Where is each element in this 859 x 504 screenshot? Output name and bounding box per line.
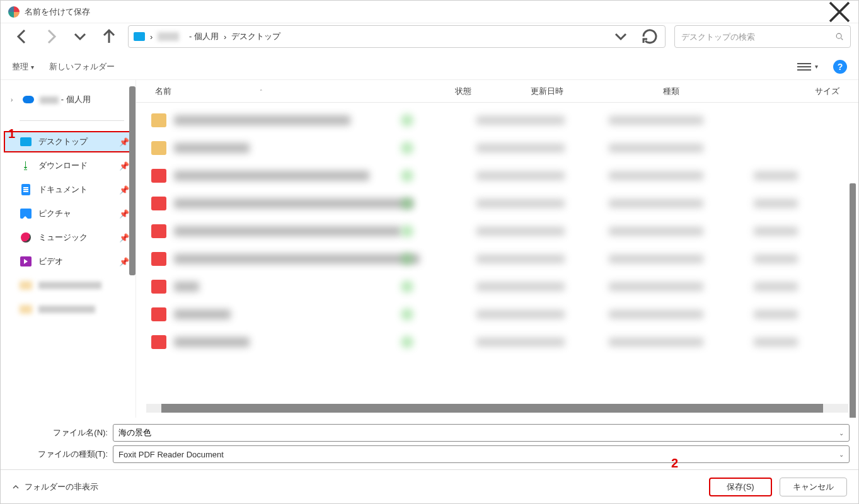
help-button[interactable]: ? xyxy=(833,60,847,74)
recent-button[interactable] xyxy=(70,26,90,47)
close-button[interactable] xyxy=(828,1,851,23)
cloud-icon xyxy=(23,96,34,103)
pictures-icon xyxy=(20,209,32,219)
command-bar: 整理 ▾ 新しいフォルダー ▾ ? xyxy=(1,54,858,80)
folder-icon xyxy=(151,113,166,127)
table-row[interactable] xyxy=(136,190,858,217)
window-title: 名前を付けて保存 xyxy=(25,6,828,18)
close-icon xyxy=(828,1,851,23)
table-row[interactable] xyxy=(136,273,858,301)
navigation-bar: › - 個人用 › デスクトップ xyxy=(1,23,858,54)
table-row[interactable] xyxy=(136,106,858,134)
back-button[interactable] xyxy=(12,26,32,47)
column-type[interactable]: 種類 xyxy=(663,86,783,97)
sidebar-item[interactable] xyxy=(1,297,135,321)
navigation-pane: › - 個人用 デスクトップ 📌 ⭳ ダウンロード 📌 xyxy=(1,80,136,418)
download-icon: ⭳ xyxy=(20,160,32,171)
organize-menu[interactable]: 整理 ▾ xyxy=(12,61,34,72)
sidebar-item-desktop[interactable]: デスクトップ 📌 xyxy=(1,130,135,154)
desktop-icon xyxy=(20,137,32,146)
filename-label: ファイル名(N): xyxy=(9,427,113,438)
view-options-button[interactable]: ▾ xyxy=(797,63,818,71)
table-row[interactable] xyxy=(136,162,858,190)
column-state[interactable]: 状態 xyxy=(455,86,531,97)
breadcrumb-item[interactable]: デスクトップ xyxy=(231,31,280,42)
refresh-button[interactable] xyxy=(640,26,660,47)
sidebar-item-label: ミュージック xyxy=(38,232,88,243)
desktop-icon xyxy=(134,32,145,41)
table-row[interactable] xyxy=(136,301,858,328)
forward-button[interactable] xyxy=(41,26,61,47)
sidebar-item-documents[interactable]: ドキュメント 📌 xyxy=(1,178,135,202)
search-input[interactable] xyxy=(681,32,835,42)
file-rows xyxy=(136,103,858,401)
chevron-down-icon[interactable]: ⌄ xyxy=(839,451,844,458)
table-row[interactable] xyxy=(136,245,858,273)
video-icon xyxy=(20,256,32,266)
table-row[interactable] xyxy=(136,217,858,245)
column-date[interactable]: 更新日時 xyxy=(531,86,663,97)
svg-point-0 xyxy=(836,33,841,38)
sidebar-item[interactable] xyxy=(1,273,135,297)
filename-field[interactable]: ⌄ xyxy=(113,424,850,442)
pin-icon[interactable]: 📌 xyxy=(119,137,129,147)
pdf-icon xyxy=(151,169,166,183)
search-box[interactable] xyxy=(674,25,851,48)
pin-icon[interactable]: 📌 xyxy=(119,209,129,219)
column-headers: 名前˄ 状態 更新日時 種類 サイズ xyxy=(136,80,858,103)
folder-icon xyxy=(151,141,166,155)
chevron-down-icon[interactable]: ⌄ xyxy=(839,430,844,437)
save-form: ファイル名(N): ⌄ ファイルの種類(T): Foxit PDF Reader… xyxy=(1,418,858,469)
refresh-icon xyxy=(640,26,660,47)
pdf-icon xyxy=(151,197,166,210)
file-list-pane: 名前˄ 状態 更新日時 種類 サイズ xyxy=(136,80,858,418)
sidebar-root-onedrive[interactable]: › - 個人用 xyxy=(1,88,135,112)
new-folder-button[interactable]: 新しいフォルダー xyxy=(49,61,115,72)
vertical-scrollbar[interactable] xyxy=(850,183,856,418)
table-row[interactable] xyxy=(136,134,858,162)
pin-icon[interactable]: 📌 xyxy=(119,257,129,266)
music-icon xyxy=(21,232,31,243)
address-history-button[interactable] xyxy=(611,26,631,47)
sidebar-item-downloads[interactable]: ⭳ ダウンロード 📌 xyxy=(1,154,135,178)
sidebar-item-label: ドキュメント xyxy=(38,184,88,195)
hide-folders-toggle[interactable]: フォルダーの非表示 xyxy=(12,481,98,493)
column-size[interactable]: サイズ xyxy=(783,86,852,97)
pdf-icon xyxy=(151,252,166,266)
pdf-icon xyxy=(151,335,166,349)
dialog-footer: 2 フォルダーの非表示 保存(S) キャンセル xyxy=(1,469,858,503)
table-row[interactable] xyxy=(136,328,858,356)
app-icon xyxy=(8,6,20,18)
folder-icon xyxy=(20,281,32,290)
arrow-left-icon xyxy=(12,26,32,47)
column-name[interactable]: 名前˄ xyxy=(155,86,455,97)
filetype-field[interactable]: Foxit PDF Reader Document ⌄ xyxy=(113,445,850,463)
sidebar-scrollbar[interactable] xyxy=(129,86,135,275)
arrow-right-icon xyxy=(41,26,61,47)
address-bar[interactable]: › - 個人用 › デスクトップ xyxy=(128,25,666,48)
up-button[interactable] xyxy=(99,26,119,47)
filename-input[interactable] xyxy=(118,428,839,438)
pin-icon[interactable]: 📌 xyxy=(119,161,129,171)
save-button[interactable]: 保存(S) xyxy=(709,478,772,496)
sidebar-item-pictures[interactable]: ピクチャ 📌 xyxy=(1,202,135,226)
breadcrumb-item[interactable]: - 個人用 xyxy=(158,31,219,42)
sidebar-item-videos[interactable]: ビデオ 📌 xyxy=(1,249,135,273)
horizontal-scrollbar[interactable] xyxy=(146,404,848,413)
document-icon xyxy=(21,184,30,195)
chevron-down-icon xyxy=(611,26,631,47)
cancel-button[interactable]: キャンセル xyxy=(780,478,847,496)
chevron-up-icon xyxy=(12,483,20,491)
filetype-label: ファイルの種類(T): xyxy=(9,449,113,460)
title-bar: 名前を付けて保存 xyxy=(1,1,858,23)
pin-icon[interactable]: 📌 xyxy=(119,185,129,195)
sidebar-item-music[interactable]: ミュージック 📌 xyxy=(1,226,135,249)
pdf-icon xyxy=(151,224,166,238)
search-icon xyxy=(835,32,844,41)
filetype-value: Foxit PDF Reader Document xyxy=(118,450,839,459)
chevron-down-icon xyxy=(70,26,90,47)
sidebar-item-label: デスクトップ xyxy=(38,136,88,147)
pin-icon[interactable]: 📌 xyxy=(119,233,129,243)
expand-icon: › xyxy=(11,96,17,103)
sort-indicator-icon: ˄ xyxy=(260,89,263,95)
